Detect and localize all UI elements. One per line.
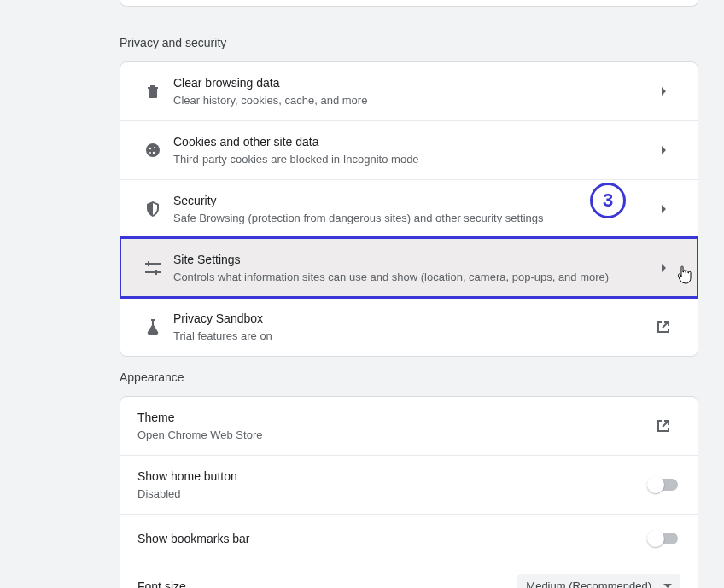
chevron-down-icon — [663, 584, 672, 588]
row-theme[interactable]: Theme Open Chrome Web Store — [120, 397, 698, 455]
row-cookies[interactable]: Cookies and other site data Third-party … — [120, 120, 698, 179]
row-title: Privacy Sandbox — [173, 310, 646, 327]
shield-icon — [146, 201, 160, 217]
previous-card-bottom — [120, 0, 698, 7]
row-desc: Safe Browsing (protection from dangerous… — [173, 211, 646, 226]
svg-rect-5 — [145, 263, 161, 265]
external-link-icon — [656, 319, 671, 335]
section-title-appearance: Appearance — [120, 370, 184, 384]
row-show-bookmarks-bar: Show bookmarks bar — [120, 514, 698, 562]
row-title: Security — [173, 192, 646, 209]
toggle-show-bookmarks[interactable] — [649, 533, 678, 544]
row-clear-browsing-data[interactable]: Clear browsing data Clear history, cooki… — [120, 62, 698, 120]
toggle-show-home[interactable] — [649, 479, 678, 491]
row-title: Show home button — [137, 468, 646, 485]
row-font-size: Font size Medium (Recommended) — [120, 562, 698, 588]
row-title: Site Settings — [173, 251, 646, 268]
row-privacy-sandbox[interactable]: Privacy Sandbox Trial features are on — [120, 297, 698, 356]
row-title: Theme — [137, 409, 646, 426]
row-desc: Third-party cookies are blocked in Incog… — [173, 152, 646, 167]
svg-point-4 — [149, 152, 151, 154]
chevron-right-icon — [662, 146, 666, 154]
section-title-privacy: Privacy and security — [120, 36, 226, 49]
row-desc: Open Chrome Web Store — [137, 428, 646, 443]
svg-point-0 — [146, 143, 160, 157]
chevron-right-icon — [662, 87, 666, 96]
annotation-step-badge: 3 — [590, 183, 626, 218]
svg-rect-6 — [145, 271, 161, 273]
flask-icon — [146, 319, 160, 335]
external-link-icon — [656, 418, 671, 434]
chevron-right-icon — [662, 264, 666, 272]
row-desc: Disabled — [137, 486, 646, 502]
svg-rect-7 — [148, 261, 149, 266]
font-size-select[interactable]: Medium (Recommended) — [517, 574, 680, 588]
cookie-icon — [145, 143, 161, 158]
svg-point-3 — [153, 152, 155, 154]
row-title: Show bookmarks bar — [137, 530, 646, 547]
row-desc: Controls what information sites can use … — [173, 270, 646, 285]
row-desc: Clear history, cookies, cache, and more — [173, 93, 646, 108]
chevron-right-icon — [662, 205, 666, 213]
row-title: Cookies and other site data — [173, 133, 646, 150]
row-title: Font size — [137, 578, 517, 589]
row-site-settings[interactable]: Site Settings Controls what information … — [120, 238, 698, 297]
svg-rect-8 — [155, 270, 157, 275]
row-title: Clear browsing data — [173, 74, 646, 91]
row-desc: Trial features are on — [173, 329, 646, 344]
row-show-home-button: Show home button Disabled — [120, 455, 698, 514]
tune-icon — [145, 261, 161, 275]
svg-point-2 — [154, 147, 155, 148]
svg-point-1 — [149, 148, 151, 149]
trash-icon — [146, 84, 160, 99]
font-size-value: Medium (Recommended) — [526, 579, 651, 588]
appearance-card: Theme Open Chrome Web Store Show home bu… — [120, 396, 698, 588]
